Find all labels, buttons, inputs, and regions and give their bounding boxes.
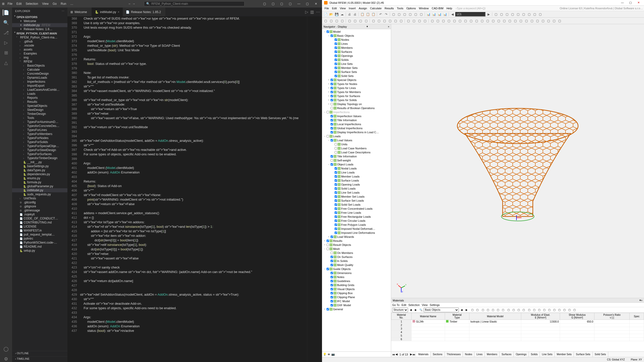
close-icon[interactable]: ✕ bbox=[635, 1, 642, 4]
tool-icon[interactable]: ▢ bbox=[430, 18, 435, 23]
3d-viewport[interactable]: Y X Z bbox=[391, 24, 644, 298]
tool-icon[interactable]: ▢ bbox=[470, 308, 474, 312]
minimize-icon[interactable]: — bbox=[295, 1, 303, 7]
nav-tree-item[interactable]: +Types for Nodes bbox=[323, 82, 390, 86]
tool-icon[interactable]: ▢ bbox=[358, 18, 363, 23]
nav-icon[interactable]: ▶ bbox=[486, 12, 491, 17]
layout-icon[interactable]: ▢ bbox=[278, 1, 286, 7]
tool-icon[interactable]: ▢ bbox=[441, 18, 446, 23]
nav-tree-item[interactable]: −Basic Objects bbox=[323, 34, 390, 38]
table-tab[interactable]: Solid Sets bbox=[593, 352, 608, 357]
nav-checkbox[interactable] bbox=[327, 135, 329, 138]
code-editor[interactable]: 3683693703713723733743753763773783793803… bbox=[67, 16, 322, 362]
file-tree-item[interactable]: ›TypesForLines bbox=[12, 128, 67, 132]
tool-icon[interactable]: ▢ bbox=[551, 18, 556, 23]
tool-icon[interactable]: ▢ bbox=[334, 18, 339, 23]
nav-checkbox[interactable] bbox=[335, 228, 337, 230]
tool-icon[interactable]: ▢ bbox=[502, 18, 507, 23]
file-tree-item[interactable]: 🐍__init__.py bbox=[12, 160, 67, 164]
nav-tree-item[interactable]: Mesh Quality bbox=[323, 263, 390, 267]
table-tab[interactable]: Sections bbox=[431, 352, 445, 357]
nav-tree-item[interactable]: Surfaces bbox=[323, 50, 390, 54]
navigator-header[interactable]: Navigator - Display ▾ × bbox=[322, 24, 391, 29]
explorer-icon[interactable]: 📄 bbox=[3, 10, 9, 16]
nav-tree-item[interactable]: Visual Objects bbox=[323, 287, 390, 291]
nav-tree-item[interactable]: +Types for Surfaces bbox=[323, 94, 390, 98]
tool-icon[interactable]: ▢ bbox=[557, 308, 561, 312]
tool-icon[interactable]: ▢ bbox=[371, 18, 376, 23]
view-icon[interactable]: ▢ bbox=[402, 12, 407, 17]
first-icon[interactable]: ⏮ bbox=[392, 353, 395, 356]
nav-checkbox[interactable] bbox=[331, 260, 333, 262]
nav-checkbox[interactable] bbox=[335, 195, 337, 198]
menu-calculate[interactable]: Calculate bbox=[369, 6, 383, 10]
nav-checkbox[interactable] bbox=[331, 292, 333, 294]
pin-icon[interactable]: ▾ bbox=[367, 25, 368, 28]
nav-checkbox[interactable] bbox=[331, 131, 333, 133]
nav-tree-item[interactable]: −Imperfections bbox=[323, 110, 390, 114]
tool-icon[interactable]: ▢ bbox=[496, 308, 500, 312]
tool-icon[interactable]: ▢ bbox=[572, 308, 577, 312]
run-icon[interactable]: ▷ bbox=[305, 10, 308, 14]
tool-icon[interactable]: ▢ bbox=[475, 308, 479, 312]
layout-icon[interactable]: ▢ bbox=[286, 1, 294, 7]
file-tree-item[interactable]: 📄CODE_OF_CONDUCT… bbox=[12, 216, 67, 220]
nav-checkbox[interactable] bbox=[335, 151, 337, 154]
editor-tab[interactable]: ⊞Welcome bbox=[67, 8, 92, 16]
file-tree-item[interactable]: ›TypesForSteelDesign bbox=[12, 148, 67, 152]
tool-icon[interactable]: ▢ bbox=[411, 18, 416, 23]
tool-icon[interactable]: ▢ bbox=[510, 12, 515, 17]
file-tree-item[interactable]: ›Reports bbox=[12, 96, 67, 100]
nav-back-icon[interactable]: ← bbox=[128, 2, 131, 6]
mat-menu-item[interactable]: Edit bbox=[401, 303, 406, 306]
view-icon[interactable]: ▢ bbox=[413, 12, 418, 17]
nav-tree-item[interactable]: Solid Set Loads bbox=[323, 203, 390, 207]
extensions-icon[interactable]: ⊞ bbox=[3, 50, 9, 56]
menu-tools[interactable]: Tools bbox=[395, 6, 405, 10]
nav-tree-item[interactable]: Title Information bbox=[323, 118, 390, 122]
nav-tree-item[interactable]: Imperfection Values bbox=[323, 114, 390, 118]
nav-fwd-icon[interactable]: → bbox=[132, 2, 135, 6]
nav-checkbox[interactable] bbox=[335, 147, 337, 150]
tool-icon[interactable]: ▢ bbox=[347, 18, 352, 23]
nav-tree-item[interactable]: Free Concentrated Loads bbox=[323, 207, 390, 211]
table-row[interactable]: 5 bbox=[391, 334, 644, 338]
run-debug-icon[interactable]: ▷ bbox=[3, 40, 9, 46]
nav-tree-item[interactable]: Dimensions bbox=[323, 271, 390, 275]
file-tree-item[interactable]: ›Loads bbox=[12, 92, 67, 96]
view-icon[interactable]: ▢ bbox=[419, 12, 424, 17]
tool-icon[interactable]: ▢ bbox=[521, 308, 526, 312]
table-tab[interactable]: Openings bbox=[514, 352, 529, 357]
file-tree-item[interactable]: ›UnitTests bbox=[12, 196, 67, 200]
nav-checkbox[interactable] bbox=[335, 232, 337, 234]
tool-icon[interactable]: ▢ bbox=[340, 18, 345, 23]
file-tree-item[interactable]: ›Calculate bbox=[12, 68, 67, 72]
nav-tree-item[interactable]: On Members bbox=[323, 251, 390, 255]
keyword-hint[interactable]: Type a keyword (Alt+Q) bbox=[457, 7, 486, 10]
file-tree-item[interactable]: 🐍enums.py bbox=[12, 176, 67, 180]
loadcase-select[interactable] bbox=[455, 12, 486, 17]
table-tab[interactable]: Members bbox=[485, 352, 500, 357]
nav-checkbox[interactable] bbox=[335, 167, 337, 170]
file-tree-item[interactable]: ⚙.gitmessage bbox=[12, 208, 67, 212]
nav-tree-item[interactable]: Free Polygon Loads bbox=[323, 223, 390, 227]
table-tab[interactable]: Lines bbox=[474, 352, 485, 357]
tool-icon[interactable]: ▢ bbox=[435, 18, 440, 23]
nav-checkbox[interactable] bbox=[335, 171, 337, 174]
nav-tree-item[interactable]: Free Line Loads bbox=[323, 211, 390, 215]
file-tree-item[interactable]: ›.vscode bbox=[12, 43, 67, 48]
nav-checkbox[interactable] bbox=[335, 183, 337, 186]
copy-icon[interactable]: 📋 bbox=[371, 12, 376, 17]
table-header[interactable]: Spec bbox=[629, 313, 644, 320]
table-tab[interactable]: Member Sets bbox=[555, 352, 574, 357]
copy-icon[interactable]: 📋 bbox=[365, 12, 370, 17]
nav-tree-item[interactable]: −Model bbox=[323, 30, 390, 34]
view-icon[interactable]: ▢ bbox=[408, 12, 413, 17]
tool-icon[interactable]: ▢ bbox=[323, 18, 328, 23]
nav-checkbox[interactable] bbox=[335, 55, 337, 57]
nav-checkbox[interactable] bbox=[335, 47, 337, 49]
file-tree-item[interactable]: ⚙.gitignore bbox=[12, 204, 67, 208]
nav-tree-item[interactable]: Line Set Loads bbox=[323, 191, 390, 195]
file-tree-item[interactable]: 🐍globalParameter.py bbox=[12, 184, 67, 188]
table-tab[interactable]: Line Sets bbox=[540, 352, 555, 357]
